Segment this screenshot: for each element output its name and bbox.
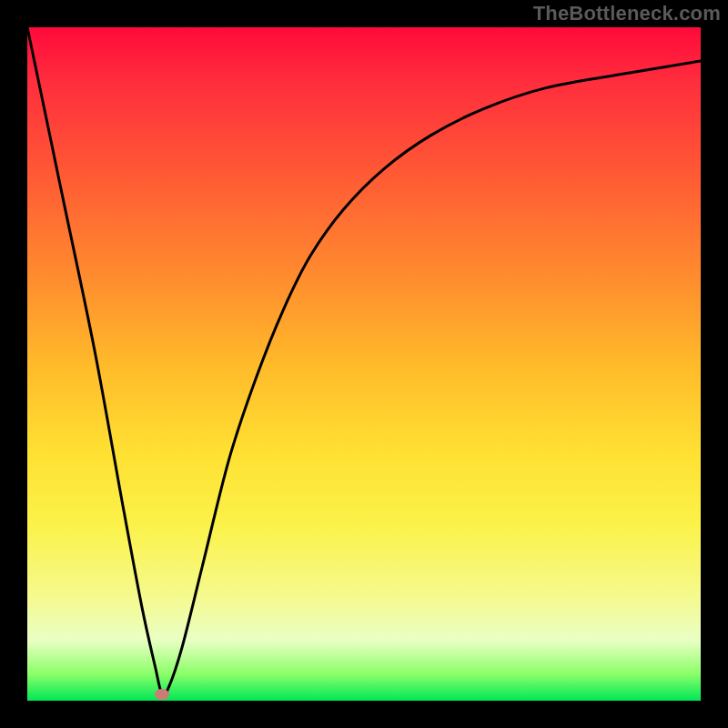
plot-area bbox=[27, 27, 701, 701]
optimal-point-marker bbox=[155, 689, 169, 700]
chart-frame: TheBottleneck.com bbox=[0, 0, 728, 728]
watermark-text: TheBottleneck.com bbox=[533, 2, 721, 25]
bottleneck-curve bbox=[27, 27, 701, 701]
